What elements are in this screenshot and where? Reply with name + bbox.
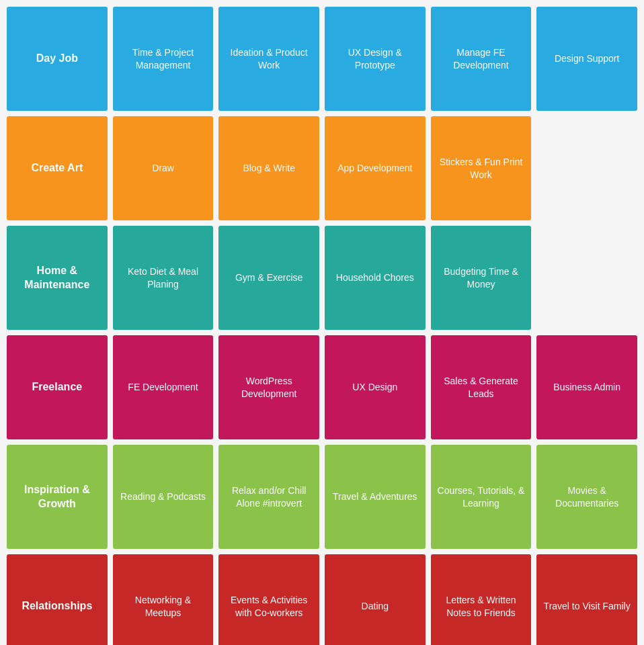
cell-label: Household Chores (336, 271, 414, 284)
cell-r4-c1[interactable]: Reading & Podcasts (113, 445, 214, 549)
cell-r3-c5[interactable]: Business Admin (536, 335, 637, 439)
cell-r2-c4[interactable]: Budgeting Time & Money (431, 226, 532, 330)
cell-r4-c3[interactable]: Travel & Adventures (325, 445, 426, 549)
cell-label: Courses, Tutorials, & Learning (436, 484, 526, 509)
cell-r4-c4[interactable]: Courses, Tutorials, & Learning (431, 445, 532, 549)
cell-label: Blog & Write (243, 162, 295, 174)
cell-r4-c2[interactable]: Relax and/or Chill Alone #introvert (218, 445, 319, 549)
cell-label: UX Design & Prototype (330, 46, 420, 71)
cell-label: Events & Activities with Co-workers (224, 594, 314, 618)
cell-r5-c5[interactable]: Travel to Visit Family (536, 554, 637, 645)
cell-label: WordPress Development (224, 375, 314, 399)
cell-r5-c0[interactable]: Relationships (7, 554, 108, 645)
cell-r0-c3[interactable]: UX Design & Prototype (325, 7, 426, 111)
cell-label: FE Development (128, 381, 198, 393)
cell-r2-c2[interactable]: Gym & Exercise (218, 226, 319, 330)
cell-label: Reading & Podcasts (120, 490, 206, 503)
cell-label: Relax and/or Chill Alone #introvert (224, 484, 314, 509)
cell-r3-c4[interactable]: Sales & Generate Leads (431, 335, 532, 439)
cell-label: Ideation & Product Work (224, 46, 314, 71)
cell-r1-c3[interactable]: App Development (325, 116, 426, 220)
cell-label: Freelance (32, 380, 82, 394)
cell-label: Home & Maintenance (12, 264, 102, 292)
cell-r1-c1[interactable]: Draw (113, 116, 214, 220)
cell-r2-c0[interactable]: Home & Maintenance (7, 226, 108, 330)
cell-r0-c5[interactable]: Design Support (536, 7, 637, 111)
cell-label: Manage FE Development (436, 46, 526, 71)
cell-label: Inspiration & Growth (12, 483, 102, 511)
cell-r2-c3[interactable]: Household Chores (325, 226, 426, 330)
cell-label: Movies & Documentaries (542, 484, 632, 509)
cell-r4-c0[interactable]: Inspiration & Growth (7, 445, 108, 549)
cell-label: Keto Diet & Meal Planing (118, 265, 208, 290)
cell-label: UX Design (352, 381, 397, 393)
empty-cell (536, 116, 637, 220)
cell-label: Draw (152, 162, 174, 174)
cell-r3-c2[interactable]: WordPress Development (218, 335, 319, 439)
cell-label: Time & Project Management (118, 46, 208, 71)
cell-r5-c3[interactable]: Dating (325, 554, 426, 645)
cell-label: Stickers & Fun Print Work (436, 156, 526, 180)
cell-label: Gym & Exercise (235, 271, 303, 284)
cell-r5-c2[interactable]: Events & Activities with Co-workers (218, 554, 319, 645)
cell-r3-c1[interactable]: FE Development (113, 335, 214, 439)
cell-r4-c5[interactable]: Movies & Documentaries (536, 445, 637, 549)
cell-label: Business Admin (553, 381, 620, 393)
cell-r1-c0[interactable]: Create Art (7, 116, 108, 220)
cell-r5-c4[interactable]: Letters & Written Notes to Friends (431, 554, 532, 645)
cell-r0-c0[interactable]: Day Job (7, 7, 108, 111)
cell-label: Budgeting Time & Money (436, 265, 526, 290)
cell-r1-c2[interactable]: Blog & Write (218, 116, 319, 220)
cell-r1-c4[interactable]: Stickers & Fun Print Work (431, 116, 532, 220)
cell-r3-c3[interactable]: UX Design (325, 335, 426, 439)
cell-r0-c4[interactable]: Manage FE Development (431, 7, 532, 111)
empty-cell (536, 226, 637, 330)
cell-label: App Development (337, 162, 412, 174)
cell-label: Design Support (555, 52, 620, 64)
cell-r0-c1[interactable]: Time & Project Management (113, 7, 214, 111)
main-grid: Day JobTime & Project ManagementIdeation… (7, 7, 637, 645)
cell-label: Letters & Written Notes to Friends (436, 594, 526, 618)
cell-label: Day Job (36, 52, 78, 66)
cell-label: Networking & Meetups (118, 594, 208, 618)
cell-label: Travel to Visit Family (544, 600, 631, 612)
cell-label: Sales & Generate Leads (436, 375, 526, 399)
cell-label: Create Art (31, 161, 83, 175)
cell-label: Travel & Adventures (333, 490, 417, 503)
cell-r0-c2[interactable]: Ideation & Product Work (218, 7, 319, 111)
cell-label: Dating (362, 600, 389, 612)
cell-r3-c0[interactable]: Freelance (7, 335, 108, 439)
cell-label: Relationships (22, 599, 92, 613)
cell-r2-c1[interactable]: Keto Diet & Meal Planing (113, 226, 214, 330)
cell-r5-c1[interactable]: Networking & Meetups (113, 554, 214, 645)
